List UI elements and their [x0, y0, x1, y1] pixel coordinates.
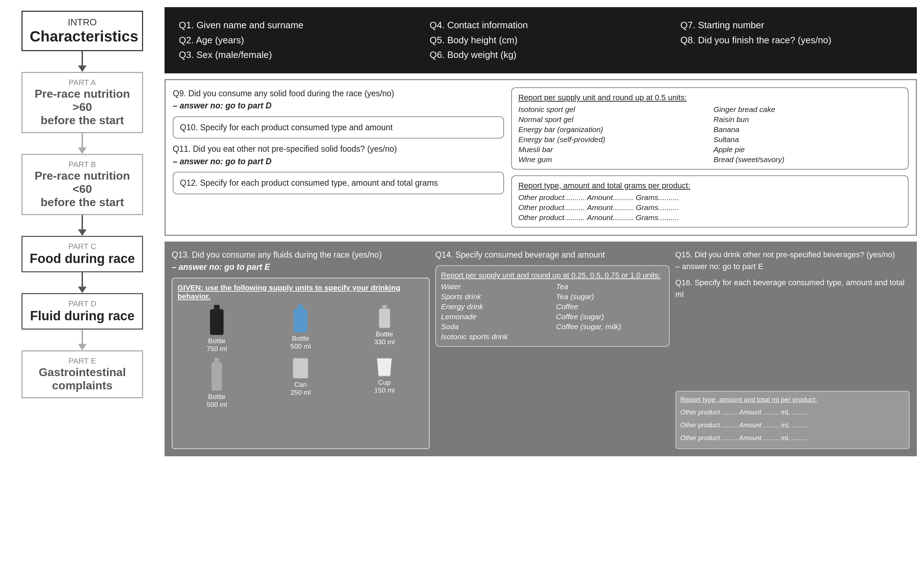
part-b-title: Pre-race nutrition <60 before the start: [30, 169, 135, 209]
part-e-title: Gastrointestinal complaints: [30, 366, 135, 392]
arrow-d-to-e: [78, 330, 87, 350]
bev-grid: WaterTeaSports drinkTea (sugar)Energy dr…: [441, 282, 664, 341]
bottle-500-gray-label: Bottle500 ml: [207, 393, 227, 408]
beverage-box: Report per supply unit and round up at 0…: [435, 265, 670, 347]
part-b-label: PART B: [30, 160, 135, 169]
part-c-title: Food during race: [30, 251, 135, 266]
report-box-2: Report type, amount and total grams per …: [511, 175, 908, 228]
q7-text: Q7. Starting number: [680, 18, 902, 33]
q12-box: Q12. Specify for each product consumed t…: [173, 172, 504, 194]
q13-text: Q13. Did you consume any fluids during t…: [172, 249, 430, 273]
partc-section: Q9. Did you consume any solid food durin…: [165, 79, 917, 236]
arrow-intro-to-a: [78, 51, 87, 72]
given-box: GIVEN: use the following supply units to…: [172, 278, 430, 449]
q6-text: Q6. Body weight (kg): [430, 47, 652, 63]
bottle-750-black: Bottle750 ml: [178, 305, 256, 353]
report1-grid: Isotonic sport gelGinger bread cakeNorma…: [518, 105, 902, 164]
bev-report-title: Report per supply unit and round up at 0…: [441, 271, 664, 279]
bottle-500-gray: Bottle500 ml: [178, 358, 256, 408]
partd-section: Q13. Did you consume any fluids during t…: [165, 241, 917, 456]
part-c-label: PART C: [30, 242, 135, 251]
q15-text: Q15. Did you drink other not pre-specifi…: [675, 249, 910, 272]
sidebar-part-c: PART C Food during race: [22, 236, 143, 272]
intro-col-1: Q1. Given name and surname Q2. Age (year…: [179, 18, 401, 63]
bottle-500-blue: Bottle500 ml: [261, 305, 340, 353]
q14-text: Q14. Specify consumed beverage and amoun…: [435, 249, 670, 261]
report-box-1: Report per supply unit and round up at 0…: [511, 87, 908, 170]
report2-grid: Other product.......... Amount..........…: [518, 193, 902, 222]
report1-title: Report per supply unit and round up at 0…: [518, 93, 902, 102]
report2-title: Report type, amount and total grams per …: [518, 181, 902, 190]
cup-150-label: Cup150 ml: [374, 378, 395, 394]
right-content: Q1. Given name and surname Q2. Age (year…: [157, 7, 917, 567]
bottle-500-blue-label: Bottle500 ml: [290, 334, 311, 350]
partc-right: Report per supply unit and round up at 0…: [511, 87, 908, 228]
part-e-label: PART E: [30, 356, 135, 366]
can-250-label: Can250 ml: [290, 381, 311, 396]
q3-text: Q3. Sex (male/female): [179, 47, 401, 63]
cup-150: Cup150 ml: [345, 358, 423, 408]
intro-col-2: Q4. Contact information Q5. Body height …: [430, 18, 652, 63]
intro-col-3: Q7. Starting number Q8. Did you finish t…: [680, 18, 902, 63]
other-rows: Other product ......... Amount .........…: [680, 407, 905, 444]
partc-left: Q9. Did you consume any solid food durin…: [173, 87, 504, 228]
arrow-a-to-b: [78, 133, 87, 154]
sidebar-part-b: PART B Pre-race nutrition <60 before the…: [22, 154, 143, 215]
q1-text: Q1. Given name and surname: [179, 18, 401, 33]
arrow-c-to-d: [78, 272, 87, 293]
intro-section: Q1. Given name and surname Q2. Age (year…: [165, 7, 917, 73]
bottle-330-label: Bottle330 ml: [374, 330, 395, 346]
part-d-label: PART D: [30, 299, 135, 309]
bottle-750-label: Bottle750 ml: [207, 337, 227, 353]
q11-text: Q11. Did you eat other not pre-specified…: [173, 143, 504, 167]
q9-text: Q9. Did you consume any solid food durin…: [173, 87, 504, 112]
sidebar-part-e: PART E Gastrointestinal complaints: [22, 350, 143, 398]
sidebar-intro: INTRO Characteristics: [22, 11, 143, 51]
partd-col2: Q14. Specify consumed beverage and amoun…: [435, 249, 670, 449]
q4-text: Q4. Contact information: [430, 18, 652, 33]
q16-text: Q16. Specify for each beverage consumed …: [675, 277, 910, 300]
arrow-b-to-c: [78, 215, 87, 236]
can-250: Can250 ml: [261, 358, 340, 408]
q5-text: Q5. Body height (cm): [430, 33, 652, 48]
q10-box: Q10. Specify for each product consumed t…: [173, 116, 504, 139]
bottle-330-clear: Bottle330 ml: [345, 305, 423, 353]
partd-col3: Q15. Did you drink other not pre-specifi…: [675, 249, 910, 449]
q8-text: Q8. Did you finish the race? (yes/no): [680, 33, 902, 48]
sidebar-part-d: PART D Fluid during race: [22, 293, 143, 330]
intro-label: INTRO: [30, 17, 135, 28]
partd-other-box: Report type, amount and total ml per pro…: [675, 391, 910, 449]
part-d-title: Fluid during race: [30, 309, 135, 323]
sidebar-part-a: PART A Pre-race nutrition >60 before the…: [22, 72, 143, 133]
other-report-title: Report type, amount and total ml per pro…: [680, 396, 905, 404]
part-a-title: Pre-race nutrition >60 before the start: [30, 87, 135, 127]
sidebar: INTRO Characteristics PART A Pre-race nu…: [7, 7, 157, 567]
bottles-grid: Bottle750 ml Bottle500 ml: [178, 305, 424, 408]
given-title: GIVEN: use the following supply units to…: [178, 284, 424, 301]
part-a-label: PART A: [30, 78, 135, 87]
intro-title: Characteristics: [30, 28, 135, 45]
partd-col1: Q13. Did you consume any fluids during t…: [172, 249, 430, 449]
q2-text: Q2. Age (years): [179, 33, 401, 48]
